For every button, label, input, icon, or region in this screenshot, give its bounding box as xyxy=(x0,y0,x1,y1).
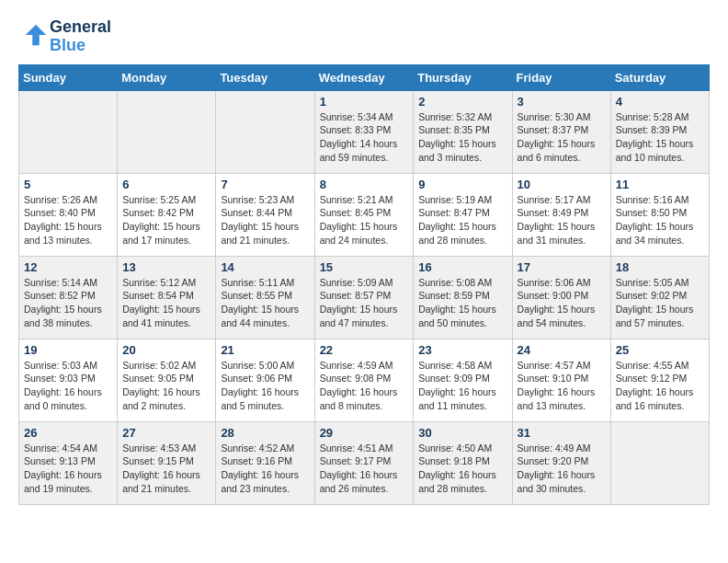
calendar-week-3: 19Sunrise: 5:03 AMSunset: 9:03 PMDayligh… xyxy=(19,339,710,421)
calendar-day: 12Sunrise: 5:14 AMSunset: 8:52 PMDayligh… xyxy=(19,256,118,339)
day-info: Sunrise: 5:03 AMSunset: 9:03 PMDaylight:… xyxy=(24,359,112,413)
calendar-week-0: 1Sunrise: 5:34 AMSunset: 8:33 PMDaylight… xyxy=(19,90,710,173)
calendar-day: 4Sunrise: 5:28 AMSunset: 8:39 PMDaylight… xyxy=(610,90,709,173)
calendar-day xyxy=(19,90,118,173)
calendar-day: 6Sunrise: 5:25 AMSunset: 8:42 PMDaylight… xyxy=(118,173,216,256)
header-wednesday: Wednesday xyxy=(314,64,414,90)
day-number: 16 xyxy=(418,260,506,274)
day-info: Sunrise: 5:06 AMSunset: 9:00 PMDaylight:… xyxy=(518,276,606,330)
header-thursday: Thursday xyxy=(414,64,512,90)
logo-icon xyxy=(22,21,50,49)
calendar-day: 31Sunrise: 4:49 AMSunset: 9:20 PMDayligh… xyxy=(512,421,610,504)
day-info: Sunrise: 5:09 AMSunset: 8:57 PMDaylight:… xyxy=(320,276,409,330)
day-info: Sunrise: 4:50 AMSunset: 9:18 PMDaylight:… xyxy=(418,442,506,496)
header-row: SundayMondayTuesdayWednesdayThursdayFrid… xyxy=(19,64,710,90)
calendar-day: 7Sunrise: 5:23 AMSunset: 8:44 PMDaylight… xyxy=(216,173,314,256)
day-number: 24 xyxy=(518,343,606,357)
header-sunday: Sunday xyxy=(19,64,118,90)
day-info: Sunrise: 4:55 AMSunset: 9:12 PMDaylight:… xyxy=(616,359,704,413)
day-number: 31 xyxy=(518,426,606,440)
day-number: 17 xyxy=(518,260,606,274)
day-number: 26 xyxy=(24,426,112,440)
day-number: 22 xyxy=(320,343,409,357)
day-info: Sunrise: 5:08 AMSunset: 8:59 PMDaylight:… xyxy=(418,276,506,330)
calendar-day: 3Sunrise: 5:30 AMSunset: 8:37 PMDaylight… xyxy=(512,90,610,173)
calendar-day: 29Sunrise: 4:51 AMSunset: 9:17 PMDayligh… xyxy=(314,421,414,504)
calendar-week-4: 26Sunrise: 4:54 AMSunset: 9:13 PMDayligh… xyxy=(19,421,710,504)
calendar-day: 22Sunrise: 4:59 AMSunset: 9:08 PMDayligh… xyxy=(314,339,414,421)
calendar-day: 28Sunrise: 4:52 AMSunset: 9:16 PMDayligh… xyxy=(216,421,314,504)
day-info: Sunrise: 5:19 AMSunset: 8:47 PMDaylight:… xyxy=(418,193,506,247)
day-number: 28 xyxy=(221,426,309,440)
day-info: Sunrise: 4:53 AMSunset: 9:15 PMDaylight:… xyxy=(122,442,210,496)
day-number: 8 xyxy=(320,178,409,191)
calendar-body: 1Sunrise: 5:34 AMSunset: 8:33 PMDaylight… xyxy=(19,90,710,504)
day-number: 10 xyxy=(518,178,606,191)
day-info: Sunrise: 5:14 AMSunset: 8:52 PMDaylight:… xyxy=(24,276,112,330)
page-header: General Blue xyxy=(18,18,710,55)
calendar-day: 18Sunrise: 5:05 AMSunset: 9:02 PMDayligh… xyxy=(610,256,709,339)
day-number: 13 xyxy=(122,260,210,274)
calendar-day: 9Sunrise: 5:19 AMSunset: 8:47 PMDaylight… xyxy=(414,173,512,256)
day-number: 3 xyxy=(518,95,606,109)
calendar-day: 21Sunrise: 5:00 AMSunset: 9:06 PMDayligh… xyxy=(216,339,314,421)
day-number: 6 xyxy=(122,178,210,191)
calendar-day xyxy=(610,421,709,504)
calendar-day: 13Sunrise: 5:12 AMSunset: 8:54 PMDayligh… xyxy=(118,256,216,339)
calendar-day: 30Sunrise: 4:50 AMSunset: 9:18 PMDayligh… xyxy=(414,421,512,504)
calendar-day: 27Sunrise: 4:53 AMSunset: 9:15 PMDayligh… xyxy=(118,421,216,504)
header-friday: Friday xyxy=(512,64,610,90)
day-info: Sunrise: 5:02 AMSunset: 9:05 PMDaylight:… xyxy=(122,359,210,413)
header-saturday: Saturday xyxy=(610,64,709,90)
day-number: 15 xyxy=(320,260,409,274)
day-number: 21 xyxy=(221,343,309,357)
calendar-day: 19Sunrise: 5:03 AMSunset: 9:03 PMDayligh… xyxy=(19,339,118,421)
calendar-day: 23Sunrise: 4:58 AMSunset: 9:09 PMDayligh… xyxy=(414,339,512,421)
day-number: 23 xyxy=(418,343,506,357)
day-info: Sunrise: 4:59 AMSunset: 9:08 PMDaylight:… xyxy=(320,359,409,413)
day-info: Sunrise: 5:30 AMSunset: 8:37 PMDaylight:… xyxy=(518,110,606,165)
calendar-day: 25Sunrise: 4:55 AMSunset: 9:12 PMDayligh… xyxy=(610,339,709,421)
day-info: Sunrise: 5:16 AMSunset: 8:50 PMDaylight:… xyxy=(616,193,704,247)
calendar-day: 17Sunrise: 5:06 AMSunset: 9:00 PMDayligh… xyxy=(512,256,610,339)
day-info: Sunrise: 5:00 AMSunset: 9:06 PMDaylight:… xyxy=(221,359,309,413)
day-info: Sunrise: 5:32 AMSunset: 8:35 PMDaylight:… xyxy=(418,110,506,165)
day-number: 20 xyxy=(122,343,210,357)
day-info: Sunrise: 5:25 AMSunset: 8:42 PMDaylight:… xyxy=(122,193,210,247)
day-info: Sunrise: 5:34 AMSunset: 8:33 PMDaylight:… xyxy=(320,110,409,165)
day-number: 14 xyxy=(221,260,309,274)
day-info: Sunrise: 4:58 AMSunset: 9:09 PMDaylight:… xyxy=(418,359,506,413)
day-number: 19 xyxy=(24,343,112,357)
calendar-day: 15Sunrise: 5:09 AMSunset: 8:57 PMDayligh… xyxy=(314,256,414,339)
day-info: Sunrise: 5:17 AMSunset: 8:49 PMDaylight:… xyxy=(518,193,606,247)
day-number: 30 xyxy=(418,426,506,440)
day-number: 29 xyxy=(320,426,409,440)
calendar-day: 24Sunrise: 4:57 AMSunset: 9:10 PMDayligh… xyxy=(512,339,610,421)
day-info: Sunrise: 5:23 AMSunset: 8:44 PMDaylight:… xyxy=(221,193,309,247)
day-number: 1 xyxy=(320,95,409,109)
day-info: Sunrise: 4:51 AMSunset: 9:17 PMDaylight:… xyxy=(320,442,409,496)
day-info: Sunrise: 4:49 AMSunset: 9:20 PMDaylight:… xyxy=(518,442,606,496)
logo-text: General Blue xyxy=(50,18,111,55)
day-number: 18 xyxy=(616,260,704,274)
day-info: Sunrise: 5:28 AMSunset: 8:39 PMDaylight:… xyxy=(616,110,704,165)
day-number: 4 xyxy=(616,95,704,109)
day-info: Sunrise: 5:21 AMSunset: 8:45 PMDaylight:… xyxy=(320,193,409,247)
day-number: 9 xyxy=(418,178,506,191)
calendar-day: 26Sunrise: 4:54 AMSunset: 9:13 PMDayligh… xyxy=(19,421,118,504)
day-info: Sunrise: 5:05 AMSunset: 9:02 PMDaylight:… xyxy=(616,276,704,330)
header-tuesday: Tuesday xyxy=(216,64,314,90)
calendar-day: 20Sunrise: 5:02 AMSunset: 9:05 PMDayligh… xyxy=(118,339,216,421)
calendar-day: 5Sunrise: 5:26 AMSunset: 8:40 PMDaylight… xyxy=(19,173,118,256)
day-info: Sunrise: 5:12 AMSunset: 8:54 PMDaylight:… xyxy=(122,276,210,330)
day-info: Sunrise: 4:57 AMSunset: 9:10 PMDaylight:… xyxy=(518,359,606,413)
calendar-day: 11Sunrise: 5:16 AMSunset: 8:50 PMDayligh… xyxy=(610,173,709,256)
calendar-day xyxy=(118,90,216,173)
svg-marker-0 xyxy=(26,25,47,46)
day-info: Sunrise: 4:52 AMSunset: 9:16 PMDaylight:… xyxy=(221,442,309,496)
day-info: Sunrise: 5:11 AMSunset: 8:55 PMDaylight:… xyxy=(221,276,309,330)
calendar-day xyxy=(216,90,314,173)
calendar-day: 16Sunrise: 5:08 AMSunset: 8:59 PMDayligh… xyxy=(414,256,512,339)
logo: General Blue xyxy=(18,18,111,55)
calendar-day: 8Sunrise: 5:21 AMSunset: 8:45 PMDaylight… xyxy=(314,173,414,256)
